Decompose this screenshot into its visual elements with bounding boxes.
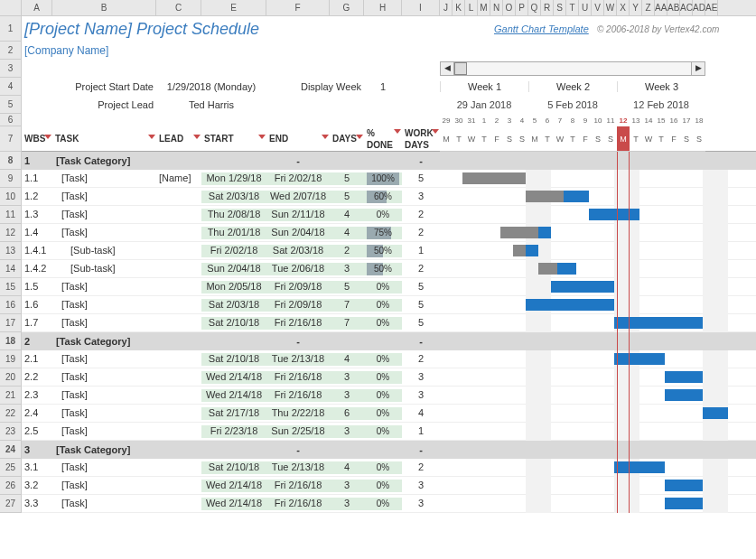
workdays-cell[interactable]: 2 [402, 209, 440, 221]
header-wbs[interactable]: WBS [22, 133, 52, 144]
workdays-cell[interactable]: 2 [402, 227, 440, 239]
end-cell[interactable]: Tue 2/06/18 [266, 263, 330, 275]
lead-cell[interactable] [156, 299, 201, 312]
col-header[interactable]: A [22, 0, 52, 15]
pct-cell[interactable]: 75% [364, 227, 402, 239]
lead-cell[interactable] [156, 281, 201, 293]
spreadsheet-grid[interactable]: 1[Project Name] Project ScheduleGantt Ch… [0, 16, 756, 513]
end-cell[interactable]: Fri 2/16/18 [266, 317, 330, 330]
pct-cell[interactable] [364, 444, 402, 455]
col-header[interactable]: B [52, 0, 156, 15]
task-cell[interactable]: [Task] [52, 407, 156, 420]
col-header[interactable]: J [440, 0, 453, 15]
start-cell[interactable] [201, 444, 266, 455]
days-cell[interactable]: 3 [330, 498, 364, 510]
days-cell[interactable]: 5 [330, 172, 364, 185]
pct-cell[interactable]: 0% [364, 389, 402, 402]
lead-cell[interactable] [156, 407, 201, 420]
header-task[interactable]: TASK [52, 133, 156, 144]
col-header[interactable]: K [453, 0, 465, 15]
col-header[interactable]: Z [642, 0, 655, 15]
lead-cell[interactable] [156, 389, 201, 402]
days-cell[interactable]: 6 [330, 407, 364, 420]
end-cell[interactable]: Fri 2/16/18 [266, 389, 330, 402]
wbs-cell[interactable]: 1.4.1 [22, 245, 52, 257]
pct-cell[interactable] [364, 336, 402, 347]
lead-cell[interactable] [156, 444, 201, 455]
lead-value[interactable]: Ted Harris [156, 99, 266, 110]
workdays-cell[interactable]: 3 [402, 498, 440, 510]
task-cell[interactable]: [Task] [52, 172, 156, 185]
end-cell[interactable]: Tue 2/13/18 [266, 461, 330, 474]
wbs-cell[interactable]: 1.2 [22, 191, 52, 203]
days-cell[interactable]: 4 [330, 227, 364, 239]
pct-cell[interactable]: 0% [364, 281, 402, 293]
days-cell[interactable]: 3 [330, 480, 364, 492]
start-cell[interactable]: Mon 2/05/18 [201, 281, 266, 293]
workdays-cell[interactable]: 3 [402, 389, 440, 402]
end-cell[interactable]: Sun 2/04/18 [266, 227, 330, 239]
row-header[interactable]: 23 [0, 423, 22, 441]
col-header[interactable]: O [503, 0, 516, 15]
pct-cell[interactable]: 0% [364, 461, 402, 474]
workdays-cell[interactable]: 4 [402, 407, 440, 420]
wbs-cell[interactable]: 2.4 [22, 407, 52, 420]
col-header[interactable]: C [156, 0, 201, 15]
task-cell[interactable]: [Sub-task] [52, 245, 156, 257]
task-cell[interactable]: [Task] [52, 299, 156, 312]
task-cell[interactable]: [Task] [52, 317, 156, 330]
start-cell[interactable] [201, 336, 266, 347]
col-header[interactable]: F [266, 0, 330, 15]
task-cell[interactable]: [Task] [52, 480, 156, 492]
lead-cell[interactable] [156, 263, 201, 275]
row-header[interactable]: 18 [0, 332, 22, 350]
col-header[interactable]: W [604, 0, 617, 15]
days-cell[interactable] [330, 444, 364, 455]
days-cell[interactable]: 4 [330, 461, 364, 474]
row-header[interactable]: 22 [0, 405, 22, 423]
workdays-cell[interactable]: - [402, 444, 440, 455]
col-header[interactable]: AA [655, 0, 667, 15]
wbs-cell[interactable]: 1.7 [22, 317, 52, 330]
row-header[interactable]: 4 [0, 78, 22, 96]
start-cell[interactable]: Sat 2/10/18 [201, 317, 266, 330]
lead-cell[interactable] [156, 336, 201, 347]
row-header[interactable]: 24 [0, 441, 22, 459]
row-header[interactable]: 2 [0, 42, 22, 60]
col-header[interactable]: R [541, 0, 554, 15]
end-cell[interactable]: Thu 2/22/18 [266, 407, 330, 420]
row-header[interactable]: 8 [0, 152, 22, 170]
days-cell[interactable]: 3 [330, 425, 364, 438]
col-header[interactable]: AC [680, 0, 693, 15]
lead-cell[interactable] [156, 317, 201, 330]
row-header[interactable]: 16 [0, 296, 22, 314]
start-cell[interactable]: Sat 2/03/18 [201, 299, 266, 312]
workdays-cell[interactable]: 5 [402, 281, 440, 293]
workdays-cell[interactable]: 2 [402, 353, 440, 366]
workdays-cell[interactable]: - [402, 336, 440, 347]
start-cell[interactable]: Mon 1/29/18 [201, 172, 266, 185]
row-header[interactable]: 15 [0, 278, 22, 296]
workdays-cell[interactable]: 1 [402, 425, 440, 438]
task-cell[interactable]: [Task] [52, 191, 156, 203]
scroll-right-button[interactable]: ▶ [691, 61, 705, 76]
days-cell[interactable] [330, 336, 364, 347]
row-header[interactable]: 20 [0, 368, 22, 387]
pct-cell[interactable]: 0% [364, 425, 402, 438]
pct-cell[interactable]: 0% [364, 353, 402, 366]
col-header[interactable]: G [330, 0, 364, 15]
task-cell[interactable]: [Task] [52, 371, 156, 384]
lead-cell[interactable] [156, 227, 201, 239]
row-header[interactable]: 3 [0, 60, 22, 78]
pct-cell[interactable]: 0% [364, 407, 402, 420]
row-header[interactable]: 6 [0, 114, 22, 126]
row-header[interactable]: 27 [0, 495, 22, 513]
lead-cell[interactable]: [Name] [156, 172, 201, 185]
end-cell[interactable]: Wed 2/07/18 [266, 191, 330, 203]
days-cell[interactable]: 2 [330, 245, 364, 257]
task-cell[interactable]: [Task] [52, 389, 156, 402]
wbs-cell[interactable]: 2 [22, 336, 52, 347]
wbs-cell[interactable]: 1.4.2 [22, 263, 52, 275]
end-cell[interactable]: Fri 2/02/18 [266, 172, 330, 185]
scroll-track[interactable] [454, 61, 691, 76]
